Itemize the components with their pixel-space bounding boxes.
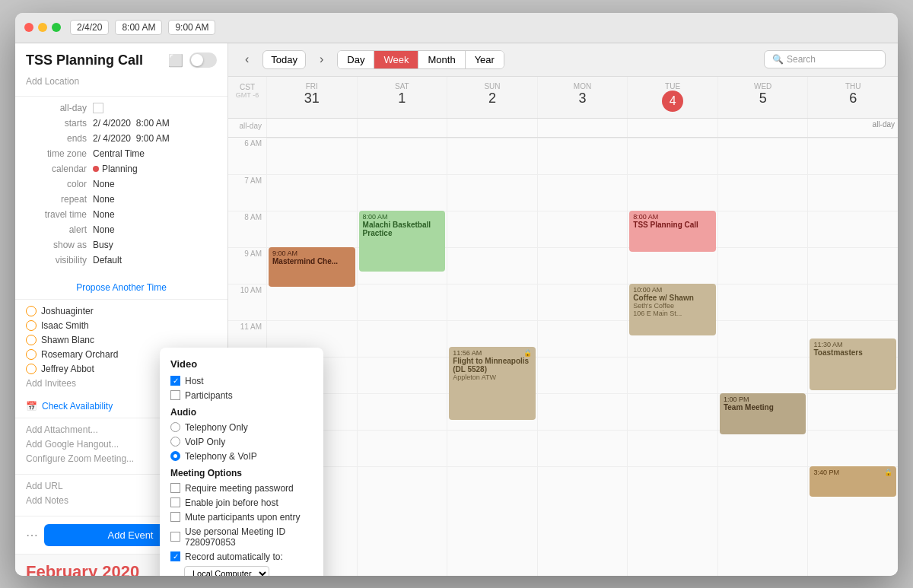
voip-only-radio[interactable] bbox=[170, 437, 180, 447]
flight-event[interactable]: 11:56 AM 🔒 Flight to Minneapolis (DL 552… bbox=[449, 347, 536, 420]
event-subtitle: Appleton ATW bbox=[453, 373, 532, 381]
all-day-cell-sat[interactable] bbox=[357, 119, 447, 137]
start-time-display[interactable]: 8:00 AM bbox=[115, 20, 162, 35]
ends-date[interactable]: 2/ 4/2020 bbox=[93, 133, 131, 144]
week-view-button[interactable]: Week bbox=[374, 51, 418, 68]
personal-meeting-label: Use personal Meeting ID 7280970853 bbox=[185, 526, 313, 548]
all-day-cell-fri[interactable] bbox=[266, 119, 357, 137]
timezone-label: time zone bbox=[26, 148, 87, 159]
hour-line bbox=[628, 138, 717, 174]
malachi-event[interactable]: 8:00 AM Malachi Basketball Practice bbox=[359, 211, 446, 272]
year-view-button[interactable]: Year bbox=[466, 51, 504, 68]
propose-time-link[interactable]: Propose Another Time bbox=[15, 276, 227, 299]
participants-checkbox[interactable] bbox=[170, 390, 180, 400]
minimize-button[interactable] bbox=[38, 23, 47, 32]
month-view-button[interactable]: Month bbox=[418, 51, 465, 68]
more-options-icon[interactable]: ⋯ bbox=[26, 528, 38, 542]
alert-value[interactable]: None bbox=[93, 224, 115, 235]
day-num-sun: 2 bbox=[450, 91, 534, 106]
starts-date[interactable]: 2/ 4/2020 bbox=[93, 118, 131, 129]
all-day-label: all-day bbox=[26, 103, 87, 113]
hour-line bbox=[808, 174, 898, 211]
calendar-days-body: 9:00 AM Mastermind Che... 8:00 AM Malach… bbox=[266, 138, 898, 576]
close-button[interactable] bbox=[24, 23, 33, 32]
day-num-sat: 1 bbox=[361, 91, 444, 106]
prev-button[interactable]: ‹ bbox=[240, 49, 253, 69]
event-title: Mastermind Che... bbox=[272, 257, 352, 265]
personal-meeting-checkbox[interactable] bbox=[170, 532, 180, 542]
hour-line bbox=[358, 466, 447, 503]
calendar-header-row: CST GMT -6 FRI 31 SAT 1 SUN 2 bbox=[228, 77, 898, 119]
list-item: Isaac Smith bbox=[26, 320, 217, 331]
event-time: 11:30 AM bbox=[813, 341, 892, 348]
calendar-body: 6 AM 7 AM 8 AM 9 AM 10 AM 11 AM noon 1 P… bbox=[228, 138, 898, 576]
all-day-cell-thu[interactable]: all-day bbox=[807, 119, 898, 137]
day-col-thu[interactable]: 11:30 AM Toastmasters 3:40 PM 🔒 bbox=[807, 138, 898, 576]
day-col-tue[interactable]: 8:00 AM TSS Planning Call 10:00 AM Coffe… bbox=[627, 138, 717, 576]
travel-value[interactable]: None bbox=[93, 209, 115, 220]
day-col-sat[interactable]: 8:00 AM Malachi Basketball Practice bbox=[357, 138, 447, 576]
starts-time[interactable]: 8:00 AM bbox=[136, 118, 170, 129]
add-location[interactable]: Add Location bbox=[26, 73, 217, 90]
record-auto-checkbox[interactable]: ✓ bbox=[170, 551, 180, 561]
telephony-voip-radio[interactable] bbox=[170, 451, 180, 461]
all-day-cell-sun[interactable] bbox=[447, 119, 537, 137]
all-day-checkbox[interactable] bbox=[93, 103, 103, 113]
mini-cal-month: February bbox=[26, 562, 97, 576]
telephony-voip-row: Telephony & VoIP bbox=[170, 451, 313, 462]
today-button[interactable]: Today bbox=[262, 50, 306, 69]
enable-join-checkbox[interactable] bbox=[170, 497, 180, 507]
day-view-button[interactable]: Day bbox=[338, 51, 374, 68]
mute-participants-checkbox[interactable] bbox=[170, 512, 180, 522]
alert-row: alert None bbox=[26, 224, 217, 235]
day-col-sun[interactable]: 11:56 AM 🔒 Flight to Minneapolis (DL 552… bbox=[447, 138, 537, 576]
all-day-cell-mon[interactable] bbox=[537, 119, 628, 137]
all-day-cell-tue[interactable] bbox=[627, 119, 717, 137]
day-col-mon[interactable] bbox=[537, 138, 628, 576]
require-password-checkbox[interactable] bbox=[170, 483, 180, 493]
show-as-value[interactable]: Busy bbox=[93, 240, 113, 250]
end-time-display[interactable]: 9:00 AM bbox=[168, 20, 215, 35]
day-header-mon: MON 3 bbox=[537, 77, 628, 118]
host-checkbox[interactable]: ✓ bbox=[170, 376, 180, 386]
repeat-row: repeat None bbox=[26, 194, 217, 205]
timezone-value[interactable]: Central Time bbox=[93, 148, 145, 159]
record-location-select[interactable]: Local Computer bbox=[184, 566, 269, 576]
maximize-button[interactable] bbox=[52, 23, 61, 32]
hour-line bbox=[808, 393, 898, 430]
calendar-value[interactable]: Planning bbox=[102, 164, 138, 174]
repeat-value[interactable]: None bbox=[93, 194, 115, 205]
zoom-audio-title: Audio bbox=[170, 407, 313, 418]
hour-line bbox=[808, 284, 898, 320]
color-row: color None bbox=[26, 179, 217, 189]
window-icon[interactable]: ⬜ bbox=[168, 52, 183, 68]
telephony-only-radio[interactable] bbox=[170, 422, 180, 432]
day-col-wed[interactable]: 1:00 PM Team Meeting bbox=[717, 138, 808, 576]
tss-planning-event[interactable]: 8:00 AM TSS Planning Call bbox=[629, 211, 716, 252]
toastmasters-event[interactable]: 11:30 AM Toastmasters bbox=[810, 338, 896, 390]
calendar-color-dot bbox=[93, 166, 99, 172]
date-display[interactable]: 2/4/20 bbox=[70, 20, 109, 35]
color-value[interactable]: None bbox=[93, 179, 115, 189]
ends-time[interactable]: 9:00 AM bbox=[136, 133, 170, 144]
event-title: TSS Planning Call bbox=[26, 52, 143, 68]
hour-line bbox=[808, 211, 898, 247]
hour-line bbox=[808, 430, 898, 466]
title-bar: 2/4/20 8:00 AM 9:00 AM bbox=[15, 13, 898, 43]
search-box[interactable]: 🔍 Search bbox=[764, 50, 886, 68]
all-day-row: all-day bbox=[26, 103, 217, 113]
coffee-event[interactable]: 10:00 AM Coffee w/ Shawn Seth's Coffee 1… bbox=[629, 284, 716, 335]
calendar-toolbar: ‹ Today › Day Week Month Year 🔍 Search bbox=[228, 43, 898, 77]
require-password-label: Require meeting password bbox=[185, 483, 294, 494]
mystery-event[interactable]: 3:40 PM 🔒 bbox=[810, 466, 896, 497]
mini-cal-year: 2020 bbox=[102, 562, 139, 576]
visibility-value[interactable]: Default bbox=[93, 255, 122, 265]
team-meeting-event[interactable]: 1:00 PM Team Meeting bbox=[720, 393, 806, 434]
host-row: ✓ Host bbox=[170, 376, 313, 386]
next-button[interactable]: › bbox=[315, 49, 328, 69]
toggle-switch[interactable] bbox=[189, 52, 217, 68]
all-day-cell-wed[interactable] bbox=[717, 119, 808, 137]
mastermind-event[interactable]: 9:00 AM Mastermind Che... bbox=[269, 247, 355, 287]
event-time: 8:00 AM bbox=[363, 213, 442, 221]
voip-only-row: VoIP Only bbox=[170, 437, 313, 447]
